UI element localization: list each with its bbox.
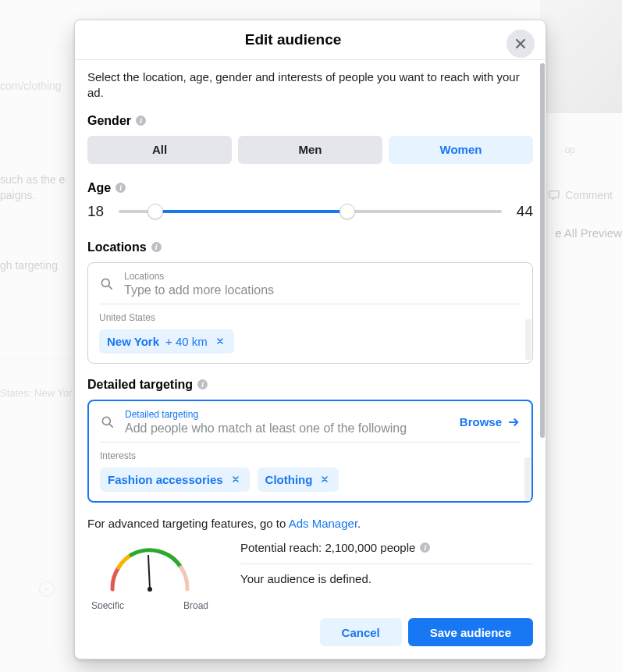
age-slider[interactable] bbox=[119, 204, 502, 219]
potential-reach: Potential reach: 2,100,000 people i bbox=[240, 541, 533, 564]
audience-gauge bbox=[103, 541, 197, 596]
interest-chips: Fashion accessoriesClothing bbox=[100, 468, 521, 492]
gender-segmented-control: AllMenWomen bbox=[87, 136, 533, 164]
remove-chip-icon[interactable] bbox=[318, 473, 331, 485]
ads-manager-link[interactable]: Ads Manager bbox=[289, 517, 357, 530]
locations-search-input[interactable] bbox=[124, 283, 521, 297]
slider-thumb-min[interactable] bbox=[148, 204, 163, 219]
targeting-search-input[interactable] bbox=[125, 421, 450, 436]
audience-defined-text: Your audience is defined. bbox=[240, 572, 533, 585]
svg-line-3 bbox=[108, 286, 112, 290]
locations-group-label: United States bbox=[99, 312, 521, 323]
info-icon[interactable]: i bbox=[151, 242, 162, 252]
locations-box: Locations United States New York+ 40 km bbox=[87, 262, 533, 364]
modal-title: Edit audience bbox=[87, 31, 499, 48]
locations-search-label: Locations bbox=[124, 271, 521, 282]
targeting-scrollbar[interactable] bbox=[524, 457, 531, 501]
intro-text: Select the location, age, gender and int… bbox=[87, 69, 533, 101]
search-icon bbox=[100, 414, 116, 430]
close-button[interactable] bbox=[506, 30, 535, 58]
info-icon[interactable]: i bbox=[420, 542, 430, 553]
gauge-labels: Specific Broad bbox=[91, 600, 208, 610]
edit-audience-modal: Edit audience Select the location, age, … bbox=[74, 20, 546, 660]
targeting-search-label: Detailed targeting bbox=[125, 409, 450, 420]
gauge-broad-label: Broad bbox=[183, 600, 208, 610]
age-range-row: 18 44 bbox=[87, 203, 533, 220]
gender-option-women[interactable]: Women bbox=[389, 136, 533, 164]
gender-option-all[interactable]: All bbox=[87, 136, 232, 164]
interest-chip[interactable]: Clothing bbox=[258, 468, 339, 492]
gauge-specific-label: Specific bbox=[91, 600, 124, 610]
targeting-search-row: Detailed targeting Browse bbox=[100, 409, 521, 443]
info-icon[interactable]: i bbox=[197, 379, 208, 389]
svg-point-2 bbox=[101, 279, 109, 286]
svg-line-7 bbox=[148, 555, 150, 589]
close-icon bbox=[513, 36, 528, 52]
slider-fill bbox=[155, 210, 347, 213]
modal-header: Edit audience bbox=[75, 20, 546, 60]
targeting-label: Detailed targeting i bbox=[87, 378, 533, 392]
gauge-block: Specific Broad bbox=[87, 541, 212, 610]
remove-chip-icon[interactable] bbox=[229, 473, 242, 485]
search-icon bbox=[99, 276, 115, 292]
gender-label: Gender i bbox=[87, 114, 533, 128]
modal-footer: Cancel Save audience bbox=[75, 609, 546, 659]
age-min-value: 18 bbox=[87, 203, 106, 220]
svg-point-8 bbox=[148, 587, 152, 592]
interest-chip[interactable]: Fashion accessories bbox=[100, 468, 250, 492]
locations-search-row: Locations bbox=[99, 271, 521, 304]
gender-option-men[interactable]: Men bbox=[238, 136, 382, 164]
location-chip[interactable]: New York+ 40 km bbox=[99, 329, 234, 354]
remove-chip-icon[interactable] bbox=[214, 335, 226, 347]
browse-button[interactable]: Browse bbox=[460, 415, 521, 429]
location-chips: New York+ 40 km bbox=[99, 329, 521, 354]
age-label: Age i bbox=[87, 181, 533, 195]
info-icon[interactable]: i bbox=[136, 116, 146, 126]
svg-point-4 bbox=[102, 417, 110, 425]
targeting-group-label: Interests bbox=[100, 450, 521, 461]
locations-scrollbar[interactable] bbox=[525, 319, 531, 360]
slider-thumb-max[interactable] bbox=[339, 204, 355, 219]
svg-line-5 bbox=[109, 424, 113, 428]
reach-section: Specific Broad Potential reach: 2,100,00… bbox=[87, 533, 533, 610]
locations-label: Locations i bbox=[87, 240, 533, 254]
modal-body: Select the location, age, gender and int… bbox=[75, 60, 546, 609]
cancel-button[interactable]: Cancel bbox=[320, 618, 402, 646]
save-audience-button[interactable]: Save audience bbox=[408, 618, 533, 646]
targeting-box: Detailed targeting Browse Interests Fash… bbox=[87, 400, 533, 503]
advanced-targeting-line: For advanced targeting features, go to A… bbox=[87, 517, 533, 530]
arrow-right-icon bbox=[506, 415, 521, 429]
info-icon[interactable]: i bbox=[116, 183, 126, 193]
scrollbar[interactable] bbox=[540, 63, 545, 438]
age-max-value: 44 bbox=[514, 203, 533, 220]
